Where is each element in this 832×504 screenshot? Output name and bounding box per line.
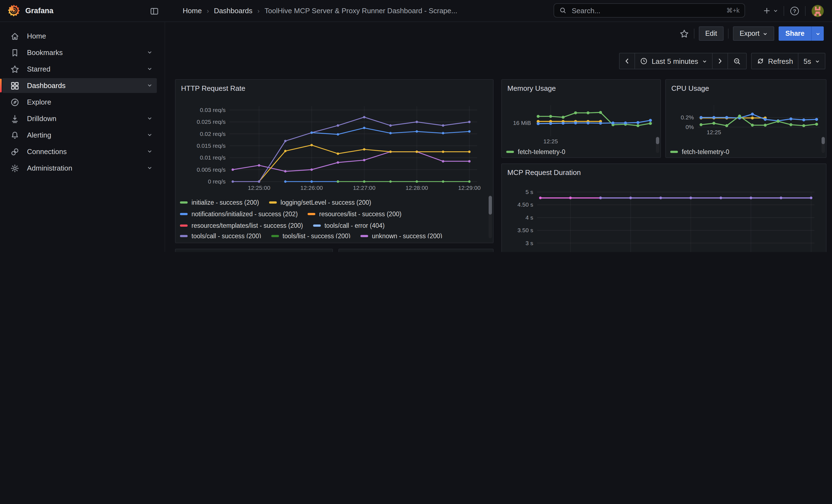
sidebar-item-drilldown[interactable]: Drilldown — [2, 111, 157, 126]
sidebar-toggle-icon[interactable] — [148, 4, 161, 18]
sidebar-item-alerting[interactable]: Alerting — [2, 128, 157, 142]
grafana-app: Grafana Home › Dashboards › ToolHive MCP… — [0, 0, 832, 252]
panel-title[interactable]: CPU Usage — [671, 84, 822, 93]
svg-text:12:25: 12:25 — [706, 129, 721, 135]
plus-icon — [763, 7, 771, 15]
legend-label: tools/call - error (404) — [324, 222, 385, 230]
help-button[interactable]: ? — [790, 6, 800, 16]
refresh-interval-picker[interactable]: 5s — [799, 53, 825, 69]
chevron-down-icon[interactable] — [147, 164, 152, 172]
favorite-star-button[interactable] — [679, 28, 689, 39]
breadcrumb-dashboards[interactable]: Dashboards — [214, 7, 252, 15]
divider — [805, 6, 806, 16]
breadcrumb: Home › Dashboards › ToolHive MCP Server … — [183, 0, 457, 22]
chevron-down-icon[interactable] — [147, 48, 152, 57]
sidebar-item-label: Starred — [27, 65, 50, 73]
legend-item[interactable]: tools/call - error (404) — [313, 222, 385, 230]
sidebar-item-explore[interactable]: Explore — [2, 95, 157, 109]
legend-scrollbar[interactable] — [656, 136, 659, 153]
sidebar-item-label: Bookmarks — [27, 48, 63, 57]
svg-text:0.015 req/s: 0.015 req/s — [197, 142, 226, 149]
sidebar-item-bookmarks[interactable]: Bookmarks — [2, 45, 157, 60]
chevron-down-icon[interactable] — [147, 114, 152, 123]
sidebar-item-home[interactable]: Home — [2, 29, 157, 44]
legend-label: initialize - success (200) — [191, 198, 259, 206]
legend-chip — [180, 213, 188, 215]
legend-item[interactable]: unknown - success (200) — [360, 233, 442, 238]
sidebar-item-starred[interactable]: Starred — [2, 62, 157, 77]
legend-item[interactable]: tools/call - success (200) — [180, 233, 261, 238]
legend-chip — [180, 224, 188, 227]
grafana-logo[interactable]: Grafana — [8, 4, 53, 17]
compass-icon — [10, 97, 20, 107]
add-new-button[interactable] — [763, 7, 778, 15]
svg-text:16 MiB: 16 MiB — [513, 120, 531, 126]
search-input[interactable] — [571, 6, 723, 15]
sidebar-item-dashboards[interactable]: Dashboards — [2, 78, 157, 93]
share-dropdown-button[interactable] — [811, 26, 824, 41]
svg-text:0.2%: 0.2% — [681, 114, 694, 121]
legend-label: notifications/initialized - success (202… — [191, 210, 298, 218]
legend-label: tools/call - success (200) — [191, 233, 261, 238]
time-range-picker[interactable]: Last 5 minutes — [635, 53, 712, 69]
home-icon — [10, 31, 20, 41]
legend-row: resources/templates/list - success (200)… — [180, 222, 489, 230]
legend-row: fetch-telemetry-0 — [506, 148, 656, 156]
zoom-out-button[interactable] — [728, 53, 747, 69]
share-button-group: Share — [779, 26, 824, 41]
panel-mcp-request-duration: MCP Request Duration 2.50 s3 s3.50 s4 s4… — [501, 163, 827, 252]
search-input-wrapper[interactable]: ⌘+k — [553, 3, 745, 18]
http-request-rate-chart[interactable]: 0 req/s0.005 req/s0.01 req/s0.015 req/s0… — [180, 95, 490, 194]
chevron-down-icon — [815, 59, 820, 63]
legend-item[interactable]: resources/list - success (200) — [308, 210, 401, 218]
chevron-down-icon — [702, 59, 707, 63]
time-shift-forward-button[interactable] — [712, 53, 728, 69]
chevron-down-icon[interactable] — [147, 65, 152, 73]
export-button[interactable]: Export — [733, 26, 774, 41]
legend: fetch-telemetry-0 — [670, 148, 822, 157]
cpu-usage-chart[interactable]: 0.2%0%12:25 — [670, 95, 823, 145]
panel-title[interactable]: MCP Request Duration — [508, 168, 822, 177]
legend-item[interactable]: resources/templates/list - success (200) — [180, 222, 303, 230]
legend-item[interactable]: fetch-telemetry-0 — [670, 148, 729, 156]
dashboard-toolbar: Edit Export Share — [679, 26, 824, 41]
share-button[interactable]: Share — [779, 26, 811, 41]
edit-button[interactable]: Edit — [699, 26, 724, 41]
breadcrumb-home[interactable]: Home — [183, 7, 202, 15]
sidebar-item-connections[interactable]: Connections — [2, 144, 157, 159]
memory-usage-chart[interactable]: 16 MiB12:25 — [506, 95, 657, 145]
svg-text:5 s: 5 s — [525, 189, 533, 195]
legend-item[interactable]: notifications/initialized - success (202… — [180, 210, 298, 218]
legend-scrollbar[interactable] — [489, 195, 492, 238]
legend-row: initialize - success (200)logging/setLev… — [180, 198, 489, 206]
legend-chip — [313, 224, 320, 227]
legend-label: resources/templates/list - success (200) — [191, 222, 303, 230]
legend-scrollbar[interactable] — [822, 136, 825, 153]
user-avatar[interactable] — [811, 4, 824, 17]
top-bar: Grafana Home › Dashboards › ToolHive MCP… — [0, 0, 832, 22]
legend: fetch-telemetry-0 — [506, 148, 656, 157]
svg-text:0.005 req/s: 0.005 req/s — [197, 166, 226, 173]
time-shift-back-button[interactable] — [619, 53, 635, 69]
sidebar-item-label: Dashboards — [27, 81, 66, 90]
panel-title[interactable]: HTTP Request Rate — [181, 84, 489, 93]
bookmark-icon — [10, 48, 20, 57]
panel-title[interactable]: Memory Usage — [508, 84, 656, 93]
chevron-down-icon[interactable] — [147, 131, 152, 139]
legend-item[interactable]: tools/list - success (200) — [271, 233, 350, 238]
legend-item[interactable]: initialize - success (200) — [180, 198, 259, 206]
mcp-request-duration-chart[interactable]: 2.50 s3 s3.50 s4 s4.50 s5 s12:25:0012:26… — [506, 179, 823, 252]
sidebar-nav: Home Bookmarks Starred — [0, 22, 165, 252]
svg-text:0.03 req/s: 0.03 req/s — [200, 107, 226, 113]
legend-item[interactable]: fetch-telemetry-0 — [506, 148, 565, 156]
brand-name: Grafana — [25, 6, 53, 15]
sidebar-item-administration[interactable]: Administration — [2, 161, 157, 176]
breadcrumb-separator: › — [202, 7, 214, 15]
gear-icon — [10, 163, 20, 173]
chevron-down-icon[interactable] — [147, 81, 152, 90]
legend-label: logging/setLevel - success (200) — [280, 198, 371, 206]
chevron-down-icon[interactable] — [147, 148, 152, 156]
legend-item[interactable]: logging/setLevel - success (200) — [269, 198, 371, 206]
refresh-button[interactable]: Refresh — [751, 53, 799, 69]
sidebar-item-label: Alerting — [27, 131, 51, 139]
